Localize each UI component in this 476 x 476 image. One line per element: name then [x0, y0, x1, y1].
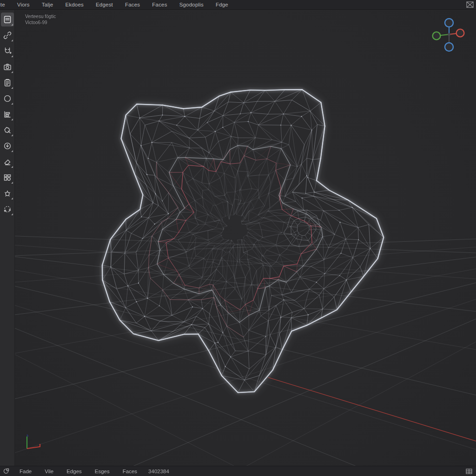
link-icon: [3, 31, 12, 40]
viewport-canvas[interactable]: [15, 10, 476, 466]
document-icon: [3, 15, 12, 24]
flyout-marker: [11, 198, 13, 199]
gizmo-axis-right: [456, 29, 464, 37]
flyout-marker: [11, 119, 13, 120]
clipboard-icon: [3, 78, 12, 87]
tool-circle[interactable]: [1, 92, 14, 106]
menu-item-ekdoes[interactable]: Ekdoes: [59, 2, 90, 7]
menu-item-fdge[interactable]: Fdge: [210, 2, 234, 7]
mini-axis-x: [27, 444, 40, 449]
tool-shape-pen[interactable]: [1, 123, 14, 137]
menu-item-ite[interactable]: ite: [0, 2, 11, 7]
flyout-marker: [11, 24, 13, 26]
menu-item-sgodoplis[interactable]: Sgodoplis: [173, 2, 210, 7]
toolbar: [0, 10, 15, 466]
shape-pen-icon: [3, 126, 12, 135]
circle-icon: [3, 94, 12, 103]
flyout-marker: [11, 182, 13, 184]
flyout-marker: [11, 40, 13, 41]
overlay-line2: Victoo6-99: [25, 20, 56, 26]
tool-camera[interactable]: [1, 60, 14, 74]
viewport[interactable]: Verteesu fögtic Victoo6-99: [15, 10, 476, 466]
flyout-marker: [11, 134, 13, 136]
tool-lasso[interactable]: [1, 202, 14, 216]
close-icon[interactable]: [466, 1, 474, 8]
status-bar: Fade Vile Edges Esges Faces 3402384: [0, 466, 476, 476]
gizmo-axis-up: [445, 19, 453, 27]
tool-layers[interactable]: [1, 107, 14, 121]
camera-icon: [3, 62, 12, 72]
menu-item-faces-1[interactable]: Faces: [119, 2, 146, 7]
menu-item-talje[interactable]: Talje: [36, 2, 60, 7]
gizmo-axis-down: [445, 43, 453, 51]
flyout-marker: [11, 166, 13, 168]
tool-document[interactable]: [1, 13, 14, 26]
tool-clipboard[interactable]: [1, 76, 14, 90]
status-item-faces[interactable]: Faces: [116, 469, 144, 474]
gizmo-axis-left: [433, 32, 441, 40]
mini-axis-z: [27, 435, 28, 436]
status-item-edges[interactable]: Edges: [60, 469, 88, 474]
menu-item-viors[interactable]: Viors: [11, 2, 36, 7]
target-icon: [3, 141, 12, 151]
menu-bar: ite Viors Talje Ekdoes Edgest Faces Face…: [0, 0, 476, 10]
status-mode-icon[interactable]: [3, 468, 9, 474]
flyout-marker: [11, 150, 13, 152]
flyout-marker: [11, 103, 13, 105]
menu-item-faces-2[interactable]: Faces: [146, 2, 173, 7]
mini-axis: [21, 432, 46, 454]
tool-grid-shapes[interactable]: [1, 171, 14, 185]
app-window: ite Viors Talje Ekdoes Edgest Faces Face…: [0, 0, 476, 476]
grid-shapes-icon: [3, 173, 12, 182]
status-item-esges[interactable]: Esges: [88, 469, 116, 474]
magnet-icon: [3, 46, 12, 56]
flyout-marker: [11, 87, 13, 89]
tool-eraser[interactable]: [1, 155, 14, 169]
menu-item-edgest[interactable]: Edgest: [90, 2, 119, 7]
flyout-marker: [11, 71, 13, 73]
grid-view-icon[interactable]: [466, 469, 472, 474]
tool-gear[interactable]: [1, 186, 14, 200]
tool-link[interactable]: [1, 28, 14, 42]
layers-icon: [3, 110, 12, 119]
lasso-icon: [3, 205, 12, 214]
nav-gizmo[interactable]: [424, 16, 469, 57]
gear-icon: [3, 189, 12, 198]
flyout-marker: [11, 55, 13, 57]
viewport-overlay: Verteesu fögtic Victoo6-99: [25, 13, 56, 26]
status-item-fade[interactable]: Fade: [13, 469, 38, 474]
overlay-line1: Verteesu fögtic: [25, 13, 56, 20]
flyout-marker: [11, 213, 13, 215]
status-item-vile[interactable]: Vile: [38, 469, 60, 474]
tool-target[interactable]: [1, 139, 14, 153]
status-count: 3402384: [144, 469, 174, 474]
tool-magnet[interactable]: [1, 44, 14, 58]
eraser-icon: [3, 157, 12, 166]
